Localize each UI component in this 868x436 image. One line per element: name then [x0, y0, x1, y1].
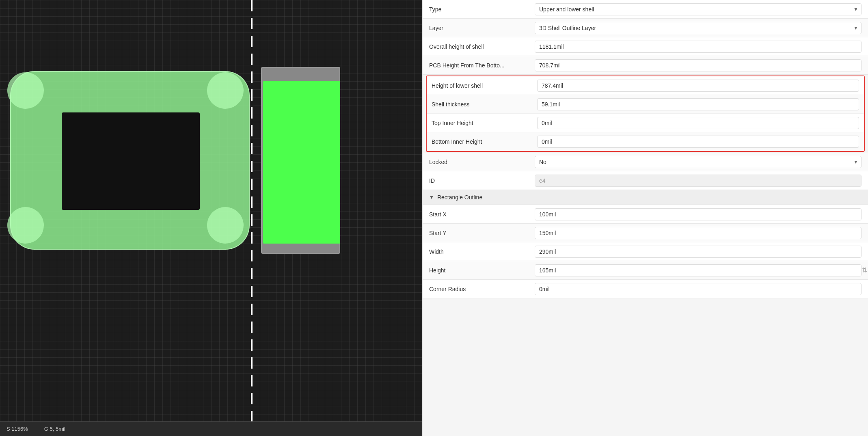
shell-thickness-row: Shell thickness	[427, 95, 864, 114]
resize-handle-icon[interactable]: ⇅	[862, 266, 867, 274]
locked-select[interactable]: No Yes	[535, 156, 862, 168]
height-label: Height	[429, 267, 535, 274]
type-row: Type Upper and lower shell ▼	[423, 0, 868, 19]
lower-shell-row: Height of lower shell	[427, 76, 864, 95]
start-y-label: Start Y	[429, 230, 535, 236]
locked-label: Locked	[429, 159, 535, 165]
lower-shell-input[interactable]	[537, 80, 859, 92]
properties-panel: Type Upper and lower shell ▼ Layer 3D Sh…	[422, 0, 868, 436]
canvas-viewport[interactable]: S 1156% G 5, 5mil	[0, 0, 422, 436]
id-label: ID	[429, 177, 535, 184]
section-toggle-icon[interactable]: ▼	[429, 194, 434, 200]
top-inner-input[interactable]	[537, 117, 859, 129]
overall-height-row: Overall height of shell	[423, 37, 868, 56]
locked-select-wrapper[interactable]: No Yes ▼	[535, 156, 862, 168]
rectangle-outline-section[interactable]: ▼ Rectangle Outline	[423, 190, 868, 205]
highlight-group: Height of lower shell Shell thickness To…	[426, 76, 865, 152]
width-row: Width	[423, 242, 868, 261]
overall-height-label: Overall height of shell	[429, 43, 535, 50]
overall-height-input[interactable]	[535, 41, 862, 53]
width-label: Width	[429, 248, 535, 255]
width-input[interactable]	[535, 246, 862, 258]
start-y-input[interactable]	[535, 227, 862, 239]
start-x-row: Start X	[423, 205, 868, 224]
layer-row: Layer 3D Shell Outline Layer ▼	[423, 19, 868, 37]
type-select-wrapper[interactable]: Upper and lower shell ▼	[535, 3, 862, 15]
corner-connector-bl	[7, 207, 44, 244]
pcb-height-input[interactable]	[535, 59, 862, 71]
id-row: ID e4	[423, 171, 868, 190]
scale-status: S 1156%	[6, 426, 28, 432]
grid-status: G 5, 5mil	[44, 426, 65, 432]
locked-row: Locked No Yes ▼	[423, 153, 868, 171]
center-dashed-line	[251, 0, 253, 436]
pcb-side-inner-green	[263, 81, 340, 244]
shell-thickness-label: Shell thickness	[432, 101, 537, 108]
layer-select[interactable]: 3D Shell Outline Layer	[535, 22, 862, 34]
section-outline-label: Rectangle Outline	[437, 194, 482, 201]
corner-connector-br	[207, 207, 244, 244]
start-y-row: Start Y	[423, 224, 868, 242]
bottom-inner-input[interactable]	[537, 136, 859, 148]
corner-radius-input[interactable]	[535, 283, 862, 295]
layer-select-wrapper[interactable]: 3D Shell Outline Layer ▼	[535, 22, 862, 34]
type-select[interactable]: Upper and lower shell	[535, 3, 862, 15]
height-input[interactable]	[535, 264, 862, 276]
top-inner-label: Top Inner Height	[432, 120, 537, 126]
pcb-inner-cutout	[62, 112, 200, 210]
corner-connector-tr	[207, 72, 244, 109]
start-x-input[interactable]	[535, 208, 862, 220]
height-row: Height ⇅	[423, 261, 868, 280]
bottom-inner-label: Bottom Inner Height	[432, 138, 537, 145]
top-inner-row: Top Inner Height	[427, 114, 864, 132]
status-bar: S 1156% G 5, 5mil	[0, 421, 422, 436]
layer-label: Layer	[429, 25, 535, 31]
pcb-height-label: PCB Height From The Botto...	[429, 62, 535, 69]
type-label: Type	[429, 6, 535, 13]
pcb-height-row: PCB Height From The Botto...	[423, 56, 868, 75]
corner-radius-row: Corner Radius	[423, 280, 868, 298]
shell-thickness-input[interactable]	[537, 98, 859, 110]
bottom-inner-row: Bottom Inner Height	[427, 132, 864, 151]
corner-radius-label: Corner Radius	[429, 286, 535, 292]
start-x-label: Start X	[429, 211, 535, 218]
id-value: e4	[535, 175, 862, 187]
corner-connector-tl	[7, 72, 44, 109]
lower-shell-label: Height of lower shell	[432, 82, 537, 89]
